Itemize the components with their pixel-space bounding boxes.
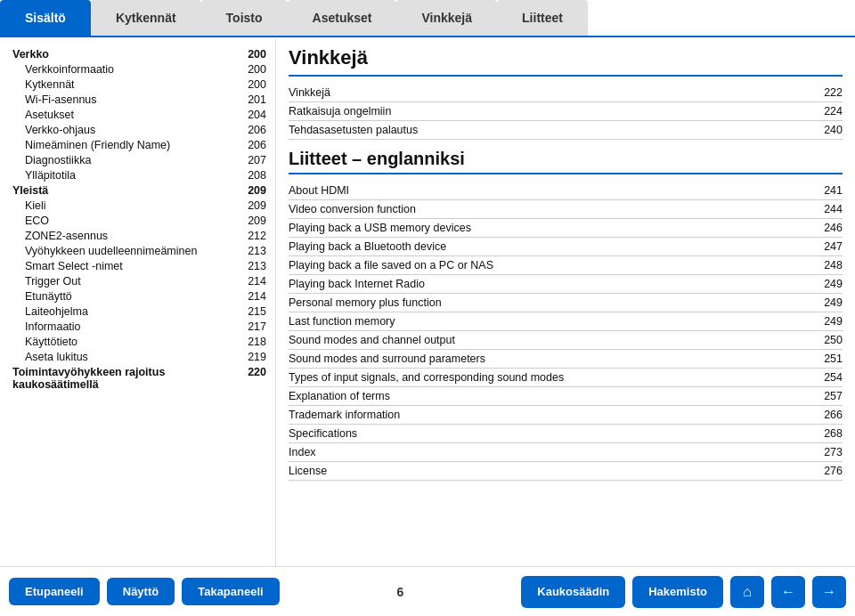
toc-label: Yleistä (12, 184, 48, 197)
bottom-nav-btn-hakemisto[interactable]: Hakemisto (632, 576, 723, 608)
divider-liitteet (289, 173, 843, 174)
tab-toisto[interactable]: Toisto (201, 0, 288, 36)
liitteet-entry[interactable]: Playing back a USB memory devices246 (289, 219, 843, 238)
toc-label: Kytkennät (25, 78, 75, 91)
toc-page: 214 (240, 275, 266, 288)
toc-page: 204 (240, 109, 266, 121)
toc-page: 219 (240, 351, 266, 363)
toc-entry[interactable]: Ylläpitotila208 (12, 167, 266, 182)
entry-page: 276 (816, 465, 843, 477)
toc-label: Laiteohjelma (25, 305, 88, 318)
toc-entry[interactable]: Asetukset204 (12, 107, 266, 122)
toc-entry[interactable]: Informaatio217 (12, 319, 266, 334)
entry-label: Last function memory (289, 315, 395, 328)
toc-label: ECO (25, 215, 49, 227)
bottom-navigation: EtupaneeliNäyttöTakapaneeli 6 Kaukosäädi… (0, 566, 855, 616)
toc-entry[interactable]: Smart Select -nimet213 (12, 258, 266, 273)
toc-page: 214 (240, 290, 266, 303)
bottom-nav-btn-kaukosäädin[interactable]: Kaukosäädin (521, 576, 625, 608)
toc-page: 217 (240, 320, 266, 333)
toc-page: 200 (240, 63, 266, 76)
liitteet-entry[interactable]: License276 (289, 462, 843, 481)
section-entry[interactable]: Vinkkejä222 (289, 84, 843, 102)
toc-label: Asetukset (25, 109, 74, 121)
toc-entry[interactable]: Verkko200 (12, 46, 266, 61)
liitteet-entry[interactable]: Playing back Internet Radio249 (289, 275, 843, 294)
toc-page: 207 (240, 154, 266, 166)
tab-sisalto[interactable]: Sisältö (0, 0, 91, 36)
tab-liitteet[interactable]: Liitteet (497, 0, 588, 36)
liitteet-entry[interactable]: Types of input signals, and correspondin… (289, 369, 843, 387)
entry-page: 224 (816, 105, 843, 118)
entry-label: Tehdasasetusten palautus (289, 124, 418, 136)
toc-entry[interactable]: Vyöhykkeen uudelleennimeäminen213 (12, 243, 266, 258)
toc-entry[interactable]: Kieli209 (12, 198, 266, 213)
forward-icon-button[interactable]: → (812, 576, 846, 608)
bottom-nav-btn-takapaneeli[interactable]: Takapaneeli (182, 578, 279, 605)
toc-entry[interactable]: Diagnostiikka207 (12, 152, 266, 167)
liitteet-entry[interactable]: Video conversion function244 (289, 200, 843, 219)
tab-kytkennat[interactable]: Kytkennät (91, 0, 201, 36)
toc-entry[interactable]: Trigger Out214 (12, 273, 266, 288)
toc-label: Toimintavyöhykkeen rajoitus kaukosäätime… (12, 366, 240, 391)
bottom-nav-left: EtupaneeliNäyttöTakapaneeli (9, 578, 280, 605)
toc-label: ZONE2-asennus (25, 230, 108, 242)
entry-page: 244 (816, 203, 843, 215)
toc-label: Käyttötieto (25, 336, 77, 348)
liitteet-entry[interactable]: Personal memory plus function249 (289, 294, 843, 312)
toc-entry[interactable]: Käyttötieto218 (12, 334, 266, 349)
toc-page: 213 (240, 260, 266, 272)
left-toc-panel: Verkko200Verkkoinformaatio200Kytkennät20… (0, 37, 276, 566)
entry-label: Trademark information (289, 409, 400, 421)
toc-entry[interactable]: Laiteohjelma215 (12, 304, 266, 319)
liitteet-entry[interactable]: Index273 (289, 443, 843, 462)
liitteet-entry[interactable]: Sound modes and surround parameters251 (289, 350, 843, 369)
toc-entry[interactable]: Verkkoinformaatio200 (12, 61, 266, 77)
tab-asetukset[interactable]: Asetukset (288, 0, 397, 36)
toc-entry[interactable]: Nimeäminen (Friendly Name)206 (12, 137, 266, 152)
entry-label: Explanation of terms (289, 390, 390, 402)
toc-entry[interactable]: Yleistä209 (12, 182, 266, 198)
entry-label: Playing back a Bluetooth device (289, 240, 446, 253)
toc-label: Wi-Fi-asennus (25, 93, 97, 106)
toc-entry[interactable]: Verkko-ohjaus206 (12, 122, 266, 137)
toc-entry[interactable]: Toimintavyöhykkeen rajoitus kaukosäätime… (12, 364, 266, 392)
toc-entry[interactable]: Kytkennät200 (12, 77, 266, 92)
toc-entry[interactable]: ECO209 (12, 213, 266, 228)
liitteet-entry[interactable]: Last function memory249 (289, 312, 843, 331)
section-main-title: Vinkkejä (289, 46, 843, 69)
toc-label: Aseta lukitus (25, 351, 88, 363)
section-entry[interactable]: Ratkaisuja ongelmiin224 (289, 102, 843, 121)
entry-page: 249 (816, 315, 843, 328)
liitteet-entry[interactable]: Trademark information266 (289, 406, 843, 425)
toc-label: Verkko (12, 48, 49, 61)
entry-page: 268 (816, 427, 843, 440)
liitteet-entry[interactable]: Specifications268 (289, 425, 843, 443)
tab-vinkkeja[interactable]: Vinkkejä (396, 0, 497, 36)
liitteet-entry[interactable]: Playing back a file saved on a PC or NAS… (289, 256, 843, 275)
toc-entry[interactable]: ZONE2-asennus212 (12, 228, 266, 243)
toc-entry[interactable]: Aseta lukitus219 (12, 349, 266, 364)
liitteet-entry[interactable]: Sound modes and channel output250 (289, 331, 843, 350)
entry-label: Video conversion function (289, 203, 416, 215)
bottom-nav-btn-näyttö[interactable]: Näyttö (107, 578, 175, 605)
entry-page: 273 (816, 446, 843, 458)
liitteet-entry[interactable]: Playing back a Bluetooth device247 (289, 238, 843, 256)
liitteet-entry[interactable]: About HDMI241 (289, 182, 843, 200)
entry-page: 248 (816, 259, 843, 272)
entry-label: Index (289, 446, 316, 458)
entry-page: 241 (816, 184, 843, 197)
main-content: Verkko200Verkkoinformaatio200Kytkennät20… (0, 37, 855, 566)
entry-page: 249 (816, 296, 843, 309)
bottom-nav-btn-etupaneeli[interactable]: Etupaneeli (9, 578, 100, 605)
toc-entry[interactable]: Wi-Fi-asennus201 (12, 92, 266, 107)
home-icon-button[interactable]: ⌂ (730, 576, 764, 608)
liitteet-entry[interactable]: Explanation of terms257 (289, 387, 843, 406)
entry-label: Vinkkejä (289, 86, 330, 99)
toc-entry[interactable]: Etunäyttö214 (12, 288, 266, 304)
back-icon-button[interactable]: ← (771, 576, 805, 608)
toc-label: Ylläpitotila (25, 169, 76, 182)
toc-page: 200 (240, 48, 266, 61)
section-entry[interactable]: Tehdasasetusten palautus240 (289, 121, 843, 140)
entry-page: 222 (816, 86, 843, 99)
